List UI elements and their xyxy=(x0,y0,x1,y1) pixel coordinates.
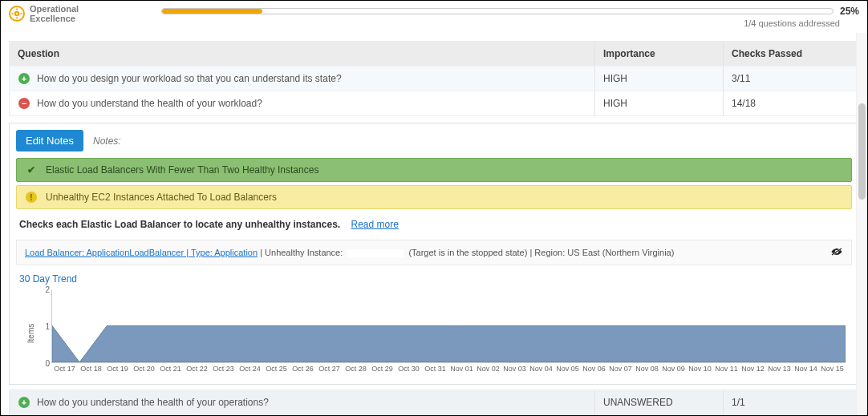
progress-bar xyxy=(161,8,834,14)
check-pass-banner[interactable]: ✔ Elastic Load Balancers With Fewer Than… xyxy=(16,158,852,182)
load-balancer-link[interactable]: Load Balancer: ApplicationLoadBalancer |… xyxy=(25,248,258,257)
x-tick: Oct 23 xyxy=(210,365,237,378)
checks-value: 14/18 xyxy=(732,98,756,109)
x-tick: Oct 25 xyxy=(263,365,290,378)
read-more-link[interactable]: Read more xyxy=(351,219,399,230)
gear-badge-icon xyxy=(9,6,25,22)
x-tick: Nov 13 xyxy=(766,365,793,378)
x-tick: Nov 01 xyxy=(448,365,475,378)
y-tick: 0 xyxy=(45,359,50,368)
check-warn-banner[interactable]: ! Unhealthy EC2 Instances Attached To Lo… xyxy=(16,185,852,209)
x-tick: Oct 21 xyxy=(157,365,184,378)
trend-title: 30 Day Trend xyxy=(19,273,852,285)
x-tick: Oct 30 xyxy=(395,365,422,378)
pillar-name: Operational Excellence xyxy=(30,4,79,23)
question-text: How do you design your workload so that … xyxy=(37,73,342,84)
warning-icon: ! xyxy=(25,191,38,204)
col-header-importance: Importance xyxy=(594,42,723,66)
svg-rect-6 xyxy=(20,13,22,14)
questions-footer: +How do you understand the health of you… xyxy=(9,390,859,415)
checks-value: 1/1 xyxy=(732,397,745,408)
check-pass-banner-text: Elastic Load Balancers With Fewer Than T… xyxy=(46,164,318,176)
x-tick: Oct 18 xyxy=(78,365,104,378)
col-header-question: Question xyxy=(10,42,594,66)
question-text: How do you understand the health of your… xyxy=(37,98,262,109)
x-tick: Nov 12 xyxy=(740,365,766,378)
x-tick: Nov 04 xyxy=(528,365,554,378)
x-tick: Nov 09 xyxy=(660,365,687,378)
check-description: Checks each Elastic Load Balancer to loc… xyxy=(19,219,340,230)
x-tick: Oct 22 xyxy=(184,365,210,378)
x-tick: Nov 06 xyxy=(581,365,607,378)
check-icon: ✔ xyxy=(25,164,38,176)
scrollbar[interactable] xyxy=(856,33,867,415)
y-tick: 2 xyxy=(45,285,50,294)
check-warn-banner-text: Unhealthy EC2 Instances Attached To Load… xyxy=(46,192,277,203)
x-tick: Oct 29 xyxy=(369,365,395,378)
x-tick: Oct 17 xyxy=(51,365,78,378)
trend-chart: Items 012 Oct 17Oct 18Oct 19Oct 20Oct 21… xyxy=(16,289,852,378)
table-row[interactable]: +How do you design your workload so that… xyxy=(10,66,859,91)
notes-label: Notes: xyxy=(93,135,121,147)
x-tick: Nov 05 xyxy=(554,365,581,378)
x-tick: Oct 26 xyxy=(290,365,316,378)
col-header-checks: Checks Passed xyxy=(723,42,859,66)
x-tick: Nov 10 xyxy=(687,365,713,378)
x-tick: Nov 08 xyxy=(634,365,660,378)
x-tick: Nov 14 xyxy=(793,365,819,378)
x-tick: Oct 28 xyxy=(343,365,369,378)
x-tick: Oct 31 xyxy=(422,365,448,378)
scrollbar-thumb[interactable] xyxy=(858,103,866,200)
edit-notes-button[interactable]: Edit Notes xyxy=(16,130,83,151)
eye-slash-icon[interactable] xyxy=(830,247,843,258)
resource-row[interactable]: Load Balancer: ApplicationLoadBalancer |… xyxy=(16,240,852,265)
svg-rect-4 xyxy=(16,17,18,18)
resource-tail-text: (Target is in the stopped state) | Regio… xyxy=(408,248,674,257)
table-row[interactable]: −How do you understand the health of you… xyxy=(10,91,859,115)
svg-point-2 xyxy=(16,13,18,14)
resource-mid-text: | Unhealthy Instance: xyxy=(260,248,345,257)
x-tick: Oct 24 xyxy=(237,365,263,378)
question-text: How do you understand the health of your… xyxy=(37,397,269,408)
x-tick: Nov 03 xyxy=(501,365,528,378)
redacted-instance-id xyxy=(347,249,404,257)
x-tick: Oct 27 xyxy=(316,365,343,378)
y-tick: 1 xyxy=(45,322,50,331)
x-tick: Nov 07 xyxy=(607,365,634,378)
y-axis-label: Items xyxy=(26,324,35,343)
importance-value: HIGH xyxy=(603,73,627,84)
expand-icon[interactable]: + xyxy=(18,397,30,408)
questions-table: Question Importance Checks Passed +How d… xyxy=(9,41,859,116)
collapse-icon[interactable]: − xyxy=(18,98,30,109)
table-row[interactable]: +How do you manage workload and operatio… xyxy=(10,414,859,415)
progress-percent: 25% xyxy=(840,6,859,17)
checks-value: 3/11 xyxy=(732,73,750,84)
question-detail-panel: Edit Notes Notes: ✔ Elastic Load Balance… xyxy=(9,123,859,385)
x-tick: Nov 02 xyxy=(475,365,501,378)
importance-value: UNANSWERED xyxy=(603,397,673,408)
x-tick: Oct 20 xyxy=(131,365,157,378)
x-tick: Nov 11 xyxy=(713,365,740,378)
svg-rect-5 xyxy=(12,13,14,14)
expand-icon[interactable]: + xyxy=(18,73,30,84)
x-tick: Oct 19 xyxy=(104,365,131,378)
importance-value: HIGH xyxy=(603,98,627,109)
table-row[interactable]: +How do you understand the health of you… xyxy=(10,390,859,414)
x-tick: Nov 15 xyxy=(819,365,846,378)
progress-subtext: 1/4 questions addressed xyxy=(161,18,859,28)
svg-rect-3 xyxy=(16,9,18,10)
